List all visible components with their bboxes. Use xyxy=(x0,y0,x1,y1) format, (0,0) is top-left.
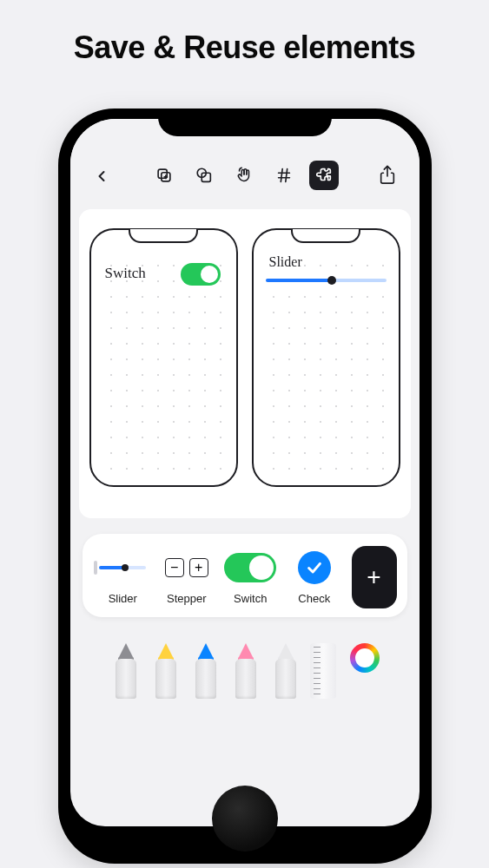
share-button[interactable] xyxy=(373,161,402,190)
element-switch-label: Switch xyxy=(234,592,267,605)
stepper-plus-icon: + xyxy=(189,558,208,577)
pen-eraser[interactable] xyxy=(230,643,261,699)
tool-hand[interactable] xyxy=(229,161,259,190)
tool-cluster xyxy=(149,161,339,190)
tool-duplicate[interactable] xyxy=(149,161,179,190)
duplicate-icon xyxy=(155,166,174,185)
pen-highlighter[interactable] xyxy=(150,643,182,699)
element-slider[interactable]: Slider xyxy=(93,550,154,605)
mockup-slider[interactable]: Slider xyxy=(252,228,400,487)
mockup-notch xyxy=(291,229,360,243)
puzzle-icon xyxy=(314,166,334,185)
switch-icon xyxy=(221,550,281,585)
plus-icon: + xyxy=(367,563,380,591)
element-stepper[interactable]: − + Stepper xyxy=(156,550,217,605)
chevron-left-icon xyxy=(93,168,110,185)
device-frame: Switch Slider Slider − + xyxy=(58,108,432,864)
tool-shape[interactable] xyxy=(189,161,219,190)
canvas[interactable]: Switch Slider xyxy=(79,209,411,518)
back-button[interactable] xyxy=(88,162,116,190)
mockup-switch-element xyxy=(181,263,221,286)
share-icon xyxy=(378,165,397,186)
shape-icon xyxy=(195,166,214,185)
pen-grey[interactable] xyxy=(110,643,142,699)
mockup-slider-label: Slider xyxy=(269,254,302,270)
hand-tap-icon xyxy=(235,166,254,185)
add-element-button[interactable]: + xyxy=(352,546,397,608)
tool-grid[interactable] xyxy=(269,161,299,190)
element-switch[interactable]: Switch xyxy=(221,550,281,605)
dot-grid xyxy=(264,251,388,475)
svg-line-8 xyxy=(281,169,282,182)
hash-icon xyxy=(274,166,294,185)
pen-blue[interactable] xyxy=(190,643,221,699)
app-screen: Switch Slider Slider − + xyxy=(70,119,420,826)
element-check[interactable]: Check xyxy=(284,550,345,605)
stepper-minus-icon: − xyxy=(165,558,184,577)
mockup-slider-element xyxy=(266,279,387,282)
mockup-switch-label: Switch xyxy=(105,265,146,282)
slider-icon xyxy=(93,550,154,585)
color-picker[interactable] xyxy=(350,643,380,673)
tool-components[interactable] xyxy=(309,161,339,190)
mockup-notch xyxy=(129,229,198,243)
element-slider-label: Slider xyxy=(109,592,137,605)
pen-ruler[interactable] xyxy=(310,643,336,699)
mockup-switch[interactable]: Switch xyxy=(89,228,238,487)
pen-white[interactable] xyxy=(270,643,301,699)
element-check-label: Check xyxy=(298,592,330,605)
home-button[interactable] xyxy=(212,786,278,852)
stepper-icon: − + xyxy=(156,550,217,585)
svg-line-9 xyxy=(285,169,287,182)
headline: Save & Reuse elements xyxy=(0,0,489,66)
device-notch xyxy=(158,108,332,136)
element-stepper-label: Stepper xyxy=(167,592,207,605)
check-icon xyxy=(284,550,345,585)
tool-pens-row xyxy=(70,629,420,699)
elements-tray: Slider − + Stepper Switch xyxy=(83,534,407,617)
